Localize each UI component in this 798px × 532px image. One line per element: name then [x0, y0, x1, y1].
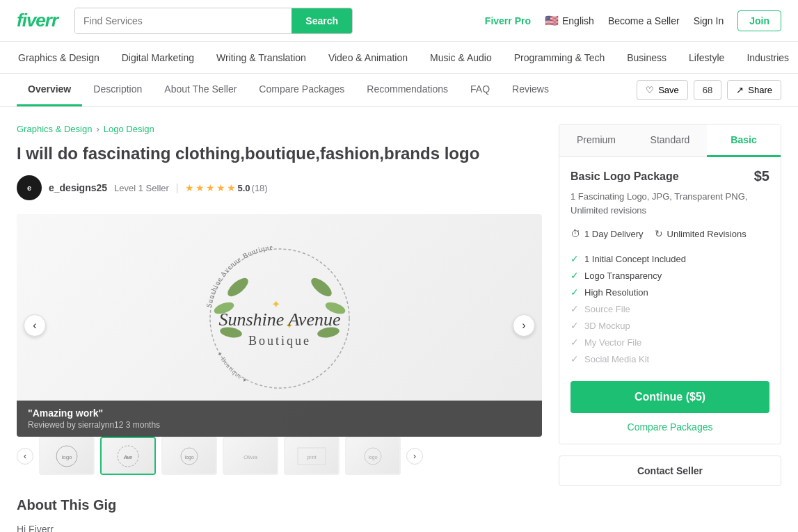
svg-text:logo: logo	[61, 454, 72, 460]
search-button[interactable]: Search	[292, 8, 352, 33]
gallery-prev-arrow[interactable]: ‹	[24, 314, 46, 337]
svg-point-2	[308, 275, 335, 299]
become-seller-link[interactable]: Become a Seller	[608, 15, 680, 26]
tab-description[interactable]: Description	[82, 74, 153, 106]
tabs-bar: Overview Description About The Seller Co…	[0, 74, 798, 107]
fiverr-pro-link[interactable]: Fiverr Pro	[485, 15, 531, 26]
tab-reviews[interactable]: Reviews	[501, 74, 560, 106]
thumb-inner-3: logo	[163, 438, 216, 474]
nav-writing-translation[interactable]: Writing & Translation	[215, 52, 308, 63]
delivery-time: ⏱ 1 Day Delivery	[570, 228, 644, 239]
thumbnail-4[interactable]: Olivia	[223, 437, 278, 475]
nav-music-audio[interactable]: Music & Audio	[429, 52, 493, 63]
join-button[interactable]: Join	[737, 10, 781, 31]
star-1: ★	[185, 182, 194, 193]
thumbnail-5[interactable]: print	[284, 437, 340, 475]
package-name: Basic Logo Package	[570, 170, 679, 183]
star-2: ★	[195, 182, 205, 193]
thumb-inner-2: Ave	[102, 438, 154, 474]
pricing-content: Basic Logo Package $5 1 Fascinating Logo…	[559, 157, 781, 444]
seller-name[interactable]: e_designs25	[49, 182, 107, 193]
thumbnail-1[interactable]: logo	[39, 437, 95, 475]
svg-text:logo: logo	[184, 455, 193, 460]
nav-bar: Graphics & Design Digital Marketing Writ…	[0, 42, 798, 74]
nav-business[interactable]: Business	[625, 52, 668, 63]
thumb-inner-4: Olivia	[224, 438, 277, 474]
header-right: Fiverr Pro 🇺🇸 English Become a Seller Si…	[485, 10, 781, 31]
features-list: ✓ 1 Initial Concept Included ✓ Logo Tran…	[570, 250, 769, 367]
tab-recommendations[interactable]: Recommendations	[356, 74, 459, 106]
nav-lifestyle[interactable]: Lifestyle	[687, 52, 726, 63]
right-panel: Premium Standard Basic Basic Logo Packag…	[559, 124, 781, 532]
star-5: ★	[227, 182, 236, 193]
feature-5: ✓ 3D Mockup	[570, 317, 769, 334]
nav-programming-tech[interactable]: Programming & Tech	[513, 52, 606, 63]
about-title: About This Gig	[17, 497, 542, 513]
continue-button[interactable]: Continue ($5)	[570, 381, 769, 413]
svg-text:Sunshine Avenue: Sunshine Avenue	[218, 309, 340, 330]
thumbnails-prev[interactable]: ‹	[17, 448, 33, 465]
contact-seller-button[interactable]: Contact Seller	[559, 456, 781, 486]
tab-faq[interactable]: FAQ	[459, 74, 501, 106]
pricing-tab-basic[interactable]: Basic	[707, 124, 781, 157]
share-button[interactable]: ↗ Share	[727, 80, 781, 100]
share-icon: ↗	[736, 85, 744, 95]
sign-in-link[interactable]: Sign In	[694, 15, 724, 26]
thumbnail-3[interactable]: logo	[161, 437, 217, 475]
gallery-next-arrow[interactable]: ›	[513, 314, 535, 337]
gig-title: I will do fascinating clothing,boutique,…	[17, 143, 542, 164]
feature-4: ✓ Source File	[570, 300, 769, 317]
pricing-tab-premium[interactable]: Premium	[559, 124, 633, 157]
thumbnails-next[interactable]: ›	[406, 448, 423, 465]
thumbnails: ‹ logo Ave logo	[17, 437, 542, 475]
tab-compare-packages[interactable]: Compare Packages	[248, 74, 356, 106]
feature-2: ✓ Logo Transparency	[570, 267, 769, 284]
compare-packages-link[interactable]: Compare Packages	[570, 421, 769, 433]
heart-icon: ♡	[646, 85, 654, 95]
package-description: 1 Fascinating Logo, JPG, Transparent PNG…	[570, 190, 769, 217]
check-icon-1: ✓	[570, 253, 579, 264]
gallery: ✦ ✦ Sunshine Avenue Boutique Sunshine Av…	[17, 214, 542, 475]
nav-video-animation[interactable]: Video & Animation	[327, 52, 409, 63]
star-rating: ★ ★ ★ ★ ★ 5.0 (18)	[185, 182, 267, 193]
feature-label-7: Social Media Kit	[584, 354, 649, 364]
seller-info: e e_designs25 Level 1 Seller | ★ ★ ★ ★ ★…	[17, 175, 542, 200]
clock-icon: ⏱	[570, 228, 580, 239]
language-label: English	[562, 15, 594, 26]
overlay-quote: "Amazing work"	[28, 408, 531, 419]
breadcrumb-child[interactable]: Logo Design	[104, 124, 154, 134]
svg-text:print: print	[307, 455, 317, 460]
thumbnail-6[interactable]: logo	[345, 437, 401, 475]
thumbnail-2[interactable]: Ave	[100, 437, 156, 475]
svg-text:logo: logo	[368, 455, 377, 460]
check-icon-2: ✓	[570, 270, 579, 281]
save-button[interactable]: ♡ Save	[637, 80, 688, 100]
review-count: (18)	[252, 183, 268, 193]
svg-text:♦ Boutique ♦: ♦ Boutique ♦	[216, 351, 248, 384]
feature-7: ✓ Social Media Kit	[570, 350, 769, 367]
search-input[interactable]	[75, 8, 292, 33]
language-selector[interactable]: 🇺🇸 English	[545, 14, 594, 27]
nav-graphics-design[interactable]: Graphics & Design	[17, 52, 101, 63]
nav-digital-marketing[interactable]: Digital Marketing	[120, 52, 195, 63]
revisions-item: ↻ Unlimited Revisions	[655, 228, 747, 239]
fiverr-logo[interactable]: fiverr	[17, 10, 58, 31]
feature-label-4: Source File	[584, 304, 630, 314]
svg-text:Ave: Ave	[123, 455, 132, 460]
svg-text:Sunshine Avenue Boutique: Sunshine Avenue Boutique	[205, 243, 273, 308]
tab-overview[interactable]: Overview	[17, 74, 82, 106]
feature-label-5: 3D Mockup	[584, 321, 630, 331]
nav-industries[interactable]: Industries	[745, 52, 790, 63]
save-count: 68	[694, 80, 721, 100]
pricing-tab-standard[interactable]: Standard	[633, 124, 707, 157]
pricing-card: Premium Standard Basic Basic Logo Packag…	[559, 124, 781, 444]
share-label: Share	[748, 85, 772, 95]
tab-about-seller[interactable]: About The Seller	[153, 74, 248, 106]
feature-label-6: My Vector File	[584, 337, 641, 348]
breadcrumb-parent[interactable]: Graphics & Design	[17, 124, 92, 134]
seller-level: Level 1 Seller	[114, 183, 169, 193]
feature-3: ✓ High Resolution	[570, 284, 769, 300]
package-price: $5	[754, 168, 769, 184]
left-panel: Graphics & Design › Logo Design I will d…	[17, 124, 542, 532]
delivery-row: ⏱ 1 Day Delivery ↻ Unlimited Revisions	[570, 228, 769, 239]
